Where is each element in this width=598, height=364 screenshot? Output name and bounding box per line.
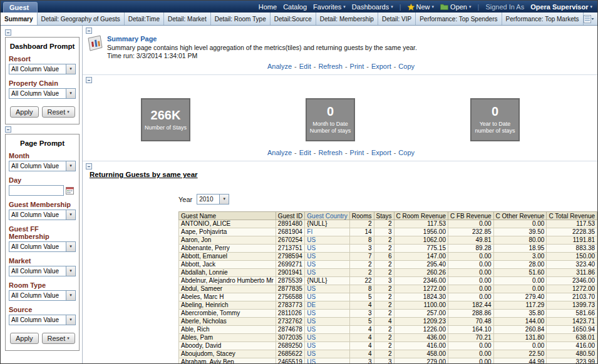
- collapse-summary-section-icon[interactable]: [86, 28, 92, 34]
- table-cell[interactable]: DE: [305, 301, 349, 310]
- dashboard-main: Summary Page Summary page contains high …: [83, 26, 597, 363]
- action-link-print[interactable]: Print: [350, 63, 364, 70]
- tab-detail-membership[interactable]: Detail: Membership: [316, 13, 378, 25]
- tab-detail-geography-of-guests[interactable]: Detail: Geography of Guests: [38, 13, 125, 25]
- link-separator: -: [314, 63, 316, 70]
- new-menu[interactable]: New▾: [408, 3, 435, 11]
- guest-ff-membership-select[interactable]: All Column Value▾: [9, 241, 76, 252]
- table-row: Abercrombie, Tommy2811026US32257.00288.8…: [179, 310, 597, 318]
- table-cell[interactable]: US: [305, 269, 349, 277]
- action-link-analyze[interactable]: Analyze: [267, 63, 292, 70]
- table-cell: Abdallah, Lonnie: [179, 269, 276, 277]
- table-cell[interactable]: US: [305, 342, 349, 350]
- table-cell: 2: [374, 293, 394, 301]
- summary-section: Summary Page Summary page contains high …: [83, 26, 597, 75]
- user-menu[interactable]: Opera Supervisor▾: [530, 3, 592, 11]
- dashboard-reset-button[interactable]: Reset▾: [42, 106, 75, 118]
- table-row: Aberle, Nicholas2732762US541209.2370.481…: [179, 318, 597, 326]
- table-cell: 5: [349, 293, 374, 301]
- month-select[interactable]: All Column Value▾: [9, 161, 76, 171]
- dashboard-title-tab[interactable]: Guest: [3, 2, 38, 13]
- table-cell: 2685622: [276, 350, 304, 358]
- table-cell: 4: [349, 350, 374, 358]
- tab-detail-room-type[interactable]: Detail: Room Type: [211, 13, 271, 25]
- tab-detail-time[interactable]: Detail:Time: [125, 13, 164, 25]
- day-input[interactable]: [9, 185, 64, 196]
- table-cell: 51.60: [493, 269, 547, 277]
- caret-down-icon: ▾: [66, 290, 76, 301]
- table-cell[interactable]: US: [305, 358, 349, 364]
- table-cell[interactable]: US: [305, 350, 349, 358]
- col-header-stays[interactable]: Stays: [374, 212, 394, 220]
- dashboard-prompt-buttons: Apply Reset▾: [9, 106, 76, 118]
- dashboard-apply-button[interactable]: Apply: [10, 106, 39, 118]
- table-cell: 2874678: [276, 326, 304, 334]
- col-header-guest-id[interactable]: Guest ID: [276, 212, 304, 220]
- table-cell[interactable]: FI: [305, 228, 349, 236]
- page-reset-button[interactable]: Reset▾: [42, 333, 75, 344]
- property-chain-select[interactable]: All Column Value▾: [9, 88, 76, 99]
- action-link-edit[interactable]: Edit: [299, 63, 311, 70]
- tab-performance-top-spenders[interactable]: Performance: Top Spenders: [416, 13, 502, 25]
- table-cell[interactable]: US: [305, 318, 349, 326]
- caret-down-icon: ▾: [590, 4, 592, 9]
- table-cell[interactable]: US: [305, 261, 349, 269]
- dashboards-menu[interactable]: Dashboards▾: [352, 3, 393, 11]
- collapse-page-prompt-icon[interactable]: [5, 126, 11, 133]
- table-cell[interactable]: US: [305, 293, 349, 301]
- market-select[interactable]: All Column Value▾: [9, 266, 76, 276]
- action-link-copy[interactable]: Copy: [398, 149, 415, 156]
- calendar-icon[interactable]: [66, 186, 74, 195]
- catalog-link[interactable]: Catalog: [283, 3, 307, 11]
- tab-detail-market[interactable]: Detail: Market: [164, 13, 211, 25]
- year-select[interactable]: 2010 ▾: [197, 194, 229, 205]
- tab-detail-source[interactable]: Detail:Source: [271, 13, 316, 25]
- table-cell[interactable]: US: [305, 285, 349, 293]
- action-link-copy[interactable]: Copy: [398, 63, 415, 70]
- tab-detail-vip[interactable]: Detail: VIP: [378, 13, 416, 25]
- summary-action-links: Analyze-Edit-Refresh-Print-Export-Copy: [85, 63, 597, 70]
- action-link-edit[interactable]: Edit: [299, 149, 311, 156]
- tab-performance-top-markets[interactable]: Performance: Top Markets: [502, 13, 584, 25]
- col-header-c-other-revenue[interactable]: C Other Revenue: [493, 212, 547, 220]
- action-link-refresh[interactable]: Refresh: [318, 149, 343, 156]
- guest-membership-select[interactable]: All Column Value▾: [9, 210, 76, 220]
- table-cell[interactable]: US: [305, 236, 349, 245]
- collapse-tiles-section-icon[interactable]: [86, 77, 92, 83]
- reset-label: Reset: [48, 108, 66, 116]
- table-cell: 2: [374, 261, 394, 269]
- resort-select[interactable]: All Column Value▾: [9, 64, 76, 74]
- collapse-returning-section-icon[interactable]: [86, 163, 92, 169]
- page-options-icon[interactable]: [584, 15, 594, 23]
- page-apply-button[interactable]: Apply: [10, 333, 39, 344]
- collapse-dashboard-prompt-icon[interactable]: [5, 29, 11, 36]
- action-link-print[interactable]: Print: [350, 149, 364, 156]
- room-type-select[interactable]: All Column Value▾: [9, 290, 76, 301]
- table-body: ANTONIO, ALICE2891480{NULL}22117.530.000…: [179, 220, 597, 364]
- table-cell[interactable]: US: [305, 245, 349, 253]
- link-separator: -: [345, 149, 348, 156]
- col-header-rooms[interactable]: Rooms: [349, 212, 374, 220]
- action-link-export[interactable]: Export: [371, 63, 391, 70]
- tab-summary[interactable]: Summary: [1, 13, 38, 25]
- table-cell[interactable]: US: [305, 253, 349, 261]
- col-header-guest-name[interactable]: Guest Name: [179, 212, 276, 220]
- table-cell[interactable]: US: [305, 326, 349, 334]
- action-link-export[interactable]: Export: [371, 149, 391, 156]
- home-link[interactable]: Home: [259, 3, 277, 11]
- source-select[interactable]: All Column Value▾: [9, 315, 76, 325]
- col-header-c-total-revenue[interactable]: C Total Revenue: [547, 212, 597, 220]
- table-cell[interactable]: US: [305, 310, 349, 318]
- col-header-c-fb-revenue[interactable]: C FB Revenue: [448, 212, 494, 220]
- col-header-c-room-revenue[interactable]: C Room Revenue: [394, 212, 448, 220]
- table-cell: 581.66: [547, 310, 597, 318]
- open-menu[interactable]: Open▾: [440, 3, 471, 11]
- favorites-menu[interactable]: Favorites▾: [313, 3, 346, 11]
- table-cell[interactable]: US: [305, 334, 349, 342]
- action-link-analyze[interactable]: Analyze: [267, 149, 292, 156]
- table-cell: 311.86: [547, 269, 597, 277]
- table-cell: 117.53: [547, 220, 597, 228]
- col-header-guest-country[interactable]: Guest Country: [305, 212, 349, 220]
- table-cell: 1226.00: [394, 326, 448, 334]
- action-link-refresh[interactable]: Refresh: [318, 63, 343, 70]
